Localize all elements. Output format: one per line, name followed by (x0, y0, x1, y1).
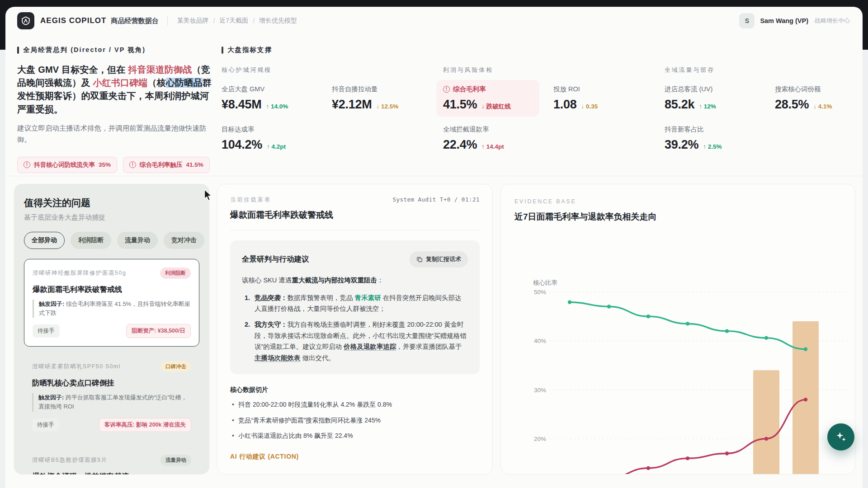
alert-circle-icon: ! (443, 86, 450, 93)
advice-text: 建议立即启动主播话术排危，并调用前置测品流量池做快速防御。 (17, 122, 211, 145)
data-slices-list: 抖音 20:00-22:00 时段流量转化率从 4.2% 暴跌至 0.8%竞品“… (230, 399, 480, 441)
issues-subtitle: 基于底层业务大盘异动捕捉 (24, 213, 199, 222)
issue-product-name: 澄曜研B5急救舒缓面膜5片 (32, 456, 108, 464)
app-bar: AEGIS COPILOT 商品经营数据台 某美妆品牌/近7天截面/增长优先模型… (5, 7, 863, 35)
issue-trigger: 触发因子: 跨平台抓取客服工单发现爆发式的“泛白”吐槽，直接拖垮 ROI (32, 393, 191, 411)
svg-text:30%: 30% (534, 387, 546, 394)
audit-stamp: System Audit T+0 / 01:21 (392, 196, 480, 203)
issue-card-header: 澄曜研神经酰胺屏障修护面霜50g利润阻断 (33, 267, 191, 279)
risk-alerts: !抖音核心词防线流失率35%!综合毛利率触压41.5% (17, 157, 214, 173)
risk-badge-label: 抖音核心词防线流失率 (34, 161, 95, 169)
issue-tag: 利润阻断 (160, 267, 191, 279)
issue-trigger: 触发因子: 综合毛利率滑落至 41.5%，且抖音端转化率断崖式下跌 (33, 300, 191, 318)
kpi-metric: 抖音自播拉动量¥2.12M↓ 12.5% (332, 85, 443, 112)
kpi-metric: 进店总客流 (UV)85.2k↑ 12% (665, 85, 775, 112)
inline-link[interactable]: 价格及退款率追踪 (344, 343, 396, 350)
kpi-label-text: 投放 ROI (553, 85, 580, 94)
kpi-delta: ↓ 4.1% (813, 103, 832, 110)
breadcrumb-item[interactable]: 某美妆品牌 (177, 17, 208, 25)
kpi-metric: 搜索核心词份额28.5%↓ 4.1% (775, 85, 855, 112)
svg-text:核心比率: 核心比率 (533, 279, 557, 286)
kpi-value-row: 104.2%↑ 4.2pt (222, 138, 332, 152)
user-org: 战略增长中心 (815, 17, 850, 25)
kpi-delta: ↓ 跌破红线 (481, 103, 511, 111)
issue-card[interactable]: 澄曜研B5急救舒缓面膜5片流量异动爆款概念涌现，提前锁客截流触发因子: 小红书种… (24, 446, 199, 474)
issue-footer: 待接手客诉率高压: 影响 200k 潜在流失 (32, 418, 191, 432)
breadcrumb: 某美妆品牌/近7天截面/增长优先模型 (177, 17, 297, 25)
analysis-title: 全景研判与行动建议 (242, 254, 309, 264)
risk-badge-value: 35% (99, 161, 111, 168)
case-card: 当前挂载案卷 System Audit T+0 / 01:21 爆款面霜毛利率跌… (217, 184, 493, 474)
kpi-value-row: 22.4%↑ 14.4pt (443, 138, 553, 152)
kpi-value: 28.5% (775, 98, 809, 112)
impact-badge: 阻断资产: ¥38,500/日 (126, 324, 191, 338)
kpi-label: 进店总客流 (UV) (665, 85, 775, 94)
alert-circle-icon: ! (129, 161, 136, 168)
risk-badge: !抖音核心词防线流失率35% (17, 157, 117, 173)
kpi-label-text: 进店总客流 (UV) (665, 85, 712, 94)
issue-filters: 全部异动利润阻断流量异动竞对冲击 (24, 232, 199, 249)
kpi-grid: 全店大盘 GMV¥8.45M↑ 14.0%抖音自播拉动量¥2.12M↓ 12.5… (222, 85, 443, 152)
issue-card-header: 澄曜研柔雾防晒乳SPF50 50ml口碑冲击 (32, 361, 191, 372)
svg-text:40%: 40% (534, 338, 546, 344)
brand-subtitle: 商品经营数据台 (111, 17, 158, 25)
ai-assistant-fab[interactable] (827, 423, 854, 450)
sparkles-icon (835, 431, 847, 443)
kpi-label-text: 综合毛利率 (453, 85, 486, 94)
issue-card[interactable]: 澄曜研神经酰胺屏障修护面霜50g利润阻断爆款面霜毛利率跌破警戒线触发因子: 综合… (24, 259, 199, 347)
evidence-title: 近7日面霜毛利率与退款率负相关走向 (514, 211, 841, 223)
issue-product-name: 澄曜研神经酰胺屏障修护面霜50g (33, 269, 126, 277)
impact-badge: 客诉率高压: 影响 200k 潜在流失 (99, 418, 191, 432)
kpi-label-text: 抖音自播拉动量 (332, 85, 378, 94)
data-slice-item: 竞品“青禾素研修护面霜”搜索指数同环比暴涨 245% (230, 415, 480, 425)
status-badge: 待接手 (32, 418, 59, 432)
breadcrumb-item[interactable]: 近7天截面 (219, 17, 248, 25)
competitor-name: 青禾素研 (355, 294, 381, 301)
kpi-metric: 抖音新客占比39.2%↑ 2.5% (665, 125, 775, 152)
copy-report-button[interactable]: 复制汇报话术 (410, 251, 468, 267)
section-marker (222, 47, 223, 54)
kpi-value: ¥8.45M (222, 98, 261, 112)
filter-pill[interactable]: 利润阻断 (71, 232, 111, 249)
filter-pill[interactable]: 流量异动 (117, 232, 158, 249)
inline-link[interactable]: 主播场次能效表 (255, 354, 301, 361)
risk-badge-label: 综合毛利率触压 (140, 161, 183, 169)
alert-circle-icon: ! (24, 161, 30, 168)
avatar[interactable]: S (739, 13, 755, 28)
status-badge: 待接手 (33, 324, 60, 338)
filter-pill[interactable]: 竞对冲击 (164, 232, 204, 249)
kpi-label-text: 搜索核心词份额 (775, 85, 821, 94)
kpi-delta: ↑ 12% (699, 103, 716, 110)
issue-card-header: 澄曜研B5急救舒缓面膜5片流量异动 (32, 455, 191, 466)
verdict-section-title: 全局经营总判 (Director / VP 视角) (23, 46, 146, 54)
kpi-label: 搜索核心词份额 (775, 85, 855, 94)
kpi-value: 22.4% (443, 138, 477, 152)
analysis-list: 竞品突袭：数据库预警表明，竞品 青禾素研 在抖音突然开启晚间头部达人直播打价格战… (242, 292, 468, 364)
kpi-metric: 投放 ROI1.08↓ 0.35 (553, 85, 665, 112)
issue-card[interactable]: 澄曜研柔雾防晒乳SPF50 50ml口碑冲击防晒乳核心卖点口碑倒挂触发因子: 跨… (24, 353, 199, 440)
kpi-delta: ↑ 2.5% (703, 143, 722, 150)
kpi-metric: 目标达成率104.2%↑ 4.2pt (222, 125, 332, 152)
data-slices-title: 核心数据切片 (230, 386, 480, 394)
section-marker (17, 47, 19, 54)
kpi-value-row: 39.2%↑ 2.5% (665, 138, 775, 152)
kpi-value: 41.5% (443, 98, 477, 112)
user-name[interactable]: Sam Wang (VP) (760, 17, 808, 24)
kpi-value-row: 41.5%↓ 跌破红线 (443, 98, 533, 112)
kpi-value: 104.2% (222, 138, 262, 152)
kpi-label-text: 全域拦截退款率 (443, 125, 489, 134)
breadcrumb-item[interactable]: 增长优先模型 (259, 17, 297, 25)
kpi-metric: 全店大盘 GMV¥8.45M↑ 14.0% (222, 85, 332, 112)
ai-action-header: AI 行动建议 (ACTION) (230, 453, 480, 461)
kpi-value-row: 28.5%↓ 4.1% (775, 98, 855, 112)
filter-pill[interactable]: 全部异动 (24, 232, 65, 249)
kpi-group-title: 全域流量与留存 (665, 66, 855, 74)
kpi-label: 抖音新客占比 (665, 125, 775, 134)
kpi-group: 核心护城河规模全店大盘 GMV¥8.45M↑ 14.0%抖音自播拉动量¥2.12… (222, 66, 443, 152)
kpi-label: 目标达成率 (222, 125, 332, 134)
breadcrumb-separator: / (213, 17, 215, 24)
kpi-group-title: 利润与风险体检 (443, 66, 665, 74)
issue-title: 爆款面霜毛利率跌破警戒线 (33, 285, 191, 295)
kpi-value: 85.2k (665, 98, 694, 112)
kpi-delta: ↑ 4.2pt (267, 143, 286, 150)
